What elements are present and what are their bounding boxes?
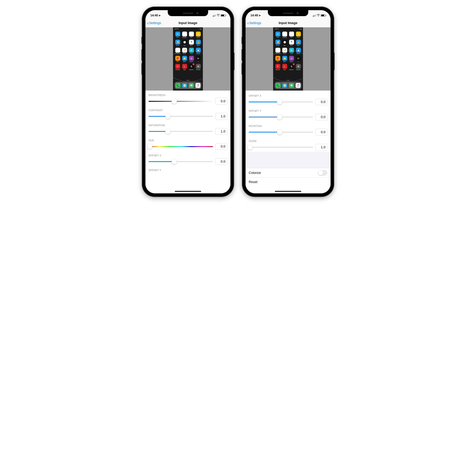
slider-track[interactable]	[149, 98, 213, 104]
chevron-left-icon: ‹	[147, 21, 149, 25]
nav-bar: ‹ Settings Input Image	[145, 19, 230, 27]
side-button	[241, 37, 242, 44]
slider-track[interactable]	[249, 99, 313, 105]
app-icon: 🕙Часы	[282, 40, 288, 46]
reset-label: Reset	[249, 180, 257, 184]
app-icon: ✿Фото	[289, 32, 294, 38]
slider-thumb[interactable]	[277, 130, 282, 135]
slider-thumb[interactable]	[277, 99, 282, 105]
slider-rotation: ROTATION0.0	[246, 121, 331, 137]
notch	[168, 10, 208, 16]
slider-thumb[interactable]	[165, 114, 170, 119]
slider-track[interactable]	[249, 145, 313, 150]
slider-offset-y: OFFSET Y0.0	[246, 106, 331, 121]
slider-track[interactable]	[249, 130, 313, 135]
cellular-signal-icon	[313, 14, 316, 16]
app-icon: 📍Карты	[289, 40, 294, 46]
side-button	[334, 53, 335, 70]
slider-label-partial: OFFSET Y	[145, 166, 230, 172]
battery-icon	[321, 14, 326, 17]
phone-right: 14:40 ➤ ‹ Settings Input Image 10	[242, 7, 334, 197]
slider-track[interactable]	[149, 159, 213, 164]
slider-value-input[interactable]: 0.0	[315, 98, 327, 105]
app-icon: 30Календарь	[182, 32, 187, 38]
home-indicator[interactable]	[175, 191, 201, 192]
image-preview: 10:41 ➤◦◦ ⏚ ▬✉Почта30Календарь✿Фото✦Ulys…	[246, 27, 331, 90]
slider-value-input[interactable]: 0.0	[215, 98, 227, 105]
sliders-list[interactable]: BRIGHTNESS0.0CONTRAST1.0SATURATION1.0HUE…	[145, 90, 230, 193]
slider-value-input[interactable]: 0.0	[315, 129, 327, 135]
slider-thumb[interactable]	[172, 159, 177, 164]
slider-thumb[interactable]	[247, 145, 253, 150]
slider-track[interactable]	[149, 129, 213, 134]
slider-thumb[interactable]	[172, 98, 177, 104]
wifi-icon	[217, 14, 220, 17]
home-indicator[interactable]	[275, 191, 301, 192]
app-icon: ✦Ulysses	[296, 32, 301, 38]
slider-track[interactable]	[149, 114, 213, 119]
slider-label: HUE	[149, 139, 227, 142]
app-icon: 📔Day One	[275, 40, 281, 46]
reset-row[interactable]: Reset	[246, 177, 331, 186]
app-icon: ✿Фото	[188, 32, 194, 38]
slider-label: ZOOM	[249, 140, 327, 142]
colorize-label: Colorize	[249, 171, 261, 175]
slider-thumb[interactable]	[277, 115, 282, 120]
phone-left: 14:40 ➤ ‹ Settings Input Image 10	[142, 7, 234, 197]
slider-label: BRIGHTNESS	[149, 94, 227, 97]
cellular-signal-icon	[213, 14, 216, 16]
app-icon: 🔒Enpass	[195, 40, 201, 46]
slider-value-input[interactable]: 1.0	[215, 128, 227, 135]
slider-label: OFFSET Y	[249, 109, 327, 112]
wifi-icon	[317, 14, 320, 17]
slider-label: CONTRAST	[149, 109, 227, 112]
slider-value-input[interactable]: 0.0	[215, 143, 227, 150]
side-button	[241, 49, 242, 61]
location-arrow-icon: ➤	[259, 14, 261, 17]
side-button	[141, 63, 142, 74]
page-title: Input Image	[179, 21, 197, 25]
slider-saturation: SATURATION1.0	[145, 121, 230, 136]
back-button[interactable]: ‹ Settings	[246, 21, 261, 25]
app-icon: 📍Карты	[188, 40, 194, 46]
chevron-left-icon: ‹	[247, 21, 249, 25]
battery-icon	[221, 14, 226, 17]
location-arrow-icon: ➤	[159, 14, 161, 17]
back-label: Settings	[149, 21, 161, 25]
slider-value-input[interactable]: 0.0	[215, 158, 227, 165]
slider-label: ROTATION	[249, 125, 327, 127]
sliders-list[interactable]: OFFSET X0.0OFFSET Y0.0ROTATION0.0ZOOM1.0	[246, 90, 331, 152]
app-icon: ✦Ulysses	[195, 32, 201, 38]
slider-track[interactable]	[149, 144, 213, 149]
back-label: Settings	[249, 21, 261, 25]
app-icon: 30Календарь	[282, 32, 288, 38]
colorize-row[interactable]: Colorize	[246, 168, 331, 177]
back-button[interactable]: ‹ Settings	[145, 21, 161, 25]
slider-label: OFFSET X	[249, 94, 327, 97]
status-time: 14:40	[150, 14, 158, 17]
slider-label: SATURATION	[149, 124, 227, 127]
slider-label: OFFSET X	[149, 154, 227, 157]
slider-offset-x: OFFSET X0.0	[246, 91, 331, 106]
slider-hue: HUE0.0	[145, 136, 230, 151]
side-button	[234, 53, 235, 70]
slider-value-input[interactable]: 0.0	[315, 114, 327, 120]
slider-value-input[interactable]: 1.0	[215, 113, 227, 120]
side-button	[241, 63, 242, 74]
slider-offset-x: OFFSET X0.0	[145, 151, 230, 166]
side-button	[141, 37, 142, 44]
app-icon: ✉Почта	[275, 32, 281, 38]
slider-brightness: BRIGHTNESS0.0	[145, 90, 230, 106]
slider-value-input[interactable]: 1.0	[315, 144, 327, 151]
image-preview: 10:41 ➤◦◦ ⏚ ▬✉Почта30Календарь✿Фото✦Ulys…	[145, 27, 230, 90]
colorize-toggle[interactable]	[318, 170, 327, 176]
notch	[268, 10, 308, 16]
slider-thumb[interactable]	[165, 129, 170, 134]
app-icon: ✉Почта	[175, 32, 180, 38]
app-icon: 🔒Enpass	[296, 40, 301, 46]
app-icon: 🕙Часы	[182, 40, 187, 46]
slider-thumb[interactable]	[147, 144, 153, 149]
slider-contrast: CONTRAST1.0	[145, 106, 230, 121]
slider-zoom: ZOOM1.0	[246, 137, 331, 152]
slider-track[interactable]	[249, 115, 313, 120]
